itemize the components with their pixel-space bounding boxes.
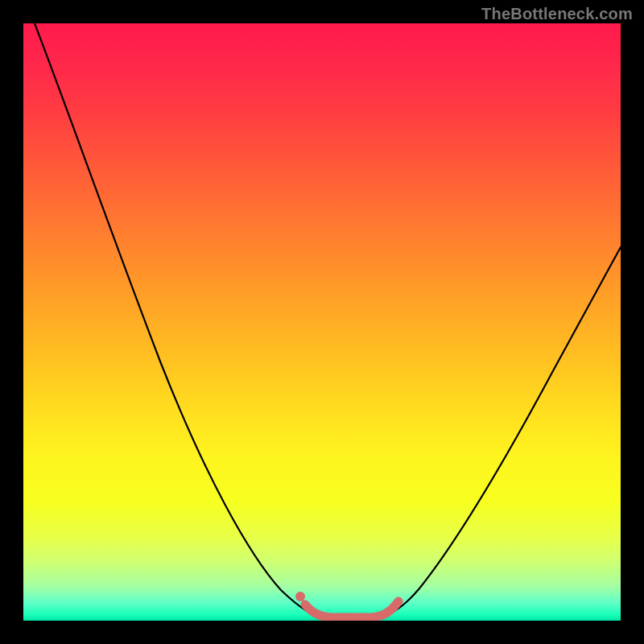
watermark-text: TheBottleneck.com	[481, 5, 633, 23]
curve-layer	[23, 23, 621, 621]
marker-dot	[295, 592, 305, 601]
plot-area	[23, 23, 621, 621]
bottleneck-curve-path	[35, 23, 621, 619]
bottom-marker-path	[305, 601, 398, 617]
chart-stage: TheBottleneck.com	[0, 0, 644, 644]
